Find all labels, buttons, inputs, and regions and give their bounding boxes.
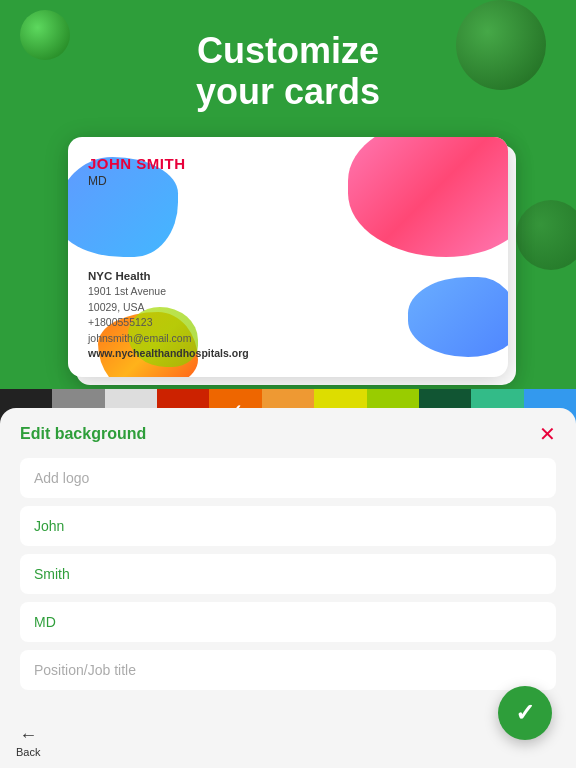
form-field-1[interactable]: John — [20, 506, 556, 546]
form-field-3[interactable]: MD — [20, 602, 556, 642]
card-contact-info: NYC Health 1901 1st Avenue 10029, USA +1… — [88, 260, 488, 359]
card-address1: 1901 1st Avenue — [88, 284, 488, 300]
close-button[interactable]: ✕ — [539, 422, 556, 446]
edit-background-panel: Edit background ✕ Add logoJohnSmithMDPos… — [0, 408, 576, 768]
check-icon: ✓ — [515, 699, 535, 727]
back-button[interactable]: ← Back — [16, 725, 40, 758]
card-address2: 10029, USA — [88, 300, 488, 316]
edit-form: Add logoJohnSmithMDPosition/Job title — [20, 458, 556, 690]
form-field-2[interactable]: Smith — [20, 554, 556, 594]
page-title: Customize your cards — [0, 0, 576, 113]
back-label: Back — [16, 746, 40, 758]
panel-title: Edit background — [20, 425, 146, 443]
business-card-preview: JOHN SMITH MD NYC Health 1901 1st Avenue… — [68, 137, 508, 377]
card-email: johnsmith@email.com — [88, 331, 488, 347]
decorative-sphere-mid-right — [516, 200, 576, 270]
card-person-name: JOHN SMITH — [88, 155, 488, 172]
card-content: JOHN SMITH MD NYC Health 1901 1st Avenue… — [68, 137, 508, 377]
card-website: www.nychealthandhospitals.org — [88, 347, 488, 359]
business-card: JOHN SMITH MD NYC Health 1901 1st Avenue… — [68, 137, 508, 377]
card-company-name: NYC Health — [88, 270, 488, 282]
form-field-4[interactable]: Position/Job title — [20, 650, 556, 690]
back-arrow-icon: ← — [19, 725, 37, 746]
card-phone: +1800555123 — [88, 315, 488, 331]
panel-header: Edit background ✕ — [20, 422, 556, 446]
form-field-0[interactable]: Add logo — [20, 458, 556, 498]
card-job-title: MD — [88, 174, 488, 188]
confirm-fab-button[interactable]: ✓ — [498, 686, 552, 740]
